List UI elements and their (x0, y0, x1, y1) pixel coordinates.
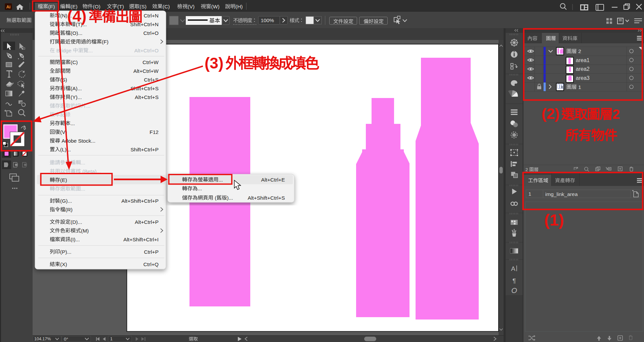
svg-text:Ai: Ai (6, 5, 11, 9)
svg-text:¶: ¶ (512, 277, 516, 284)
svg-text:104.17%: 104.17% (34, 337, 51, 341)
svg-text:...: ... (219, 177, 223, 183)
svg-text:Alt+Ctrl+E: Alt+Ctrl+E (261, 177, 285, 183)
svg-text:Alt+Ctrl+S: Alt+Ctrl+S (135, 94, 159, 100)
svg-text:(: ( (213, 195, 217, 201)
svg-text:...: ... (81, 160, 85, 165)
svg-text:(O): (O) (93, 4, 100, 9)
svg-text:)...: )... (227, 195, 233, 201)
svg-text:(G)...: (G)... (60, 198, 72, 204)
svg-text:(H): (H) (235, 4, 243, 9)
svg-text:Adobe Stock...: Adobe Stock... (60, 138, 95, 144)
svg-text:(O)...: (O)... (71, 30, 82, 36)
svg-text:Ctrl+P: Ctrl+P (144, 249, 159, 255)
svg-text:(L)...: (L)... (60, 147, 71, 152)
svg-text:area1: area1 (576, 57, 590, 63)
svg-text:(1): (1) (544, 211, 564, 229)
svg-text:(2): (2) (542, 105, 560, 122)
svg-text:...: ... (71, 120, 75, 126)
svg-text:Alt+Ctrl+O: Alt+Ctrl+O (134, 48, 159, 53)
svg-text:Alt+Ctrl+P: Alt+Ctrl+P (135, 219, 159, 225)
svg-text:2: 2 (577, 48, 581, 54)
svg-text:(W): (W) (211, 4, 220, 9)
svg-text:(4): (4) (67, 7, 86, 25)
svg-text:(S): (S) (60, 77, 67, 83)
svg-text:Ctrl+N: Ctrl+N (144, 13, 159, 18)
svg-text:...: ... (81, 186, 85, 192)
svg-text:O: O (511, 286, 517, 295)
svg-text:F12: F12 (149, 129, 159, 135)
svg-text:area3: area3 (576, 75, 590, 81)
svg-text:...: ... (198, 186, 202, 191)
svg-text:1: 1 (577, 84, 581, 90)
svg-text:(V): (V) (188, 4, 195, 9)
svg-text:2: 2 (525, 167, 529, 172)
svg-text:100%: 100% (261, 17, 274, 23)
svg-text:Ctrl+O: Ctrl+O (143, 30, 159, 36)
svg-text:(F): (F) (48, 4, 55, 9)
svg-text:(T): (T) (117, 4, 124, 9)
svg-text:img_link_area: img_link_area (545, 191, 578, 197)
svg-text:Ctrl+Q: Ctrl+Q (143, 261, 159, 267)
svg-text:Ctrl+W: Ctrl+W (142, 59, 159, 65)
svg-text:0°: 0° (64, 337, 68, 342)
svg-text:2: 2 (612, 107, 620, 121)
svg-text:Bridge: Bridge (55, 48, 73, 53)
svg-text:(C): (C) (71, 59, 78, 65)
svg-text:1: 1 (110, 337, 113, 341)
svg-text:(P)...: (P)... (60, 249, 72, 255)
svg-text:Alt+Shift+Ctrl+P: Alt+Shift+Ctrl+P (121, 198, 159, 204)
svg-text:(M): (M) (81, 228, 89, 234)
svg-text:(X): (X) (60, 261, 67, 267)
svg-text:(D)...: (D)... (71, 219, 82, 225)
svg-text:...: ... (88, 48, 93, 53)
svg-text:Shift+Ctrl+P: Shift+Ctrl+P (130, 147, 159, 152)
svg-text:(E): (E) (60, 177, 67, 183)
svg-text:(Y)...: (Y)... (71, 94, 82, 100)
svg-text:Alt+Shift+Ctrl+I: Alt+Shift+Ctrl+I (123, 237, 159, 242)
svg-text:(I)...: (I)... (71, 237, 80, 242)
svg-text:(A)...: (A)... (71, 86, 82, 91)
svg-text:(R): (R) (66, 207, 73, 212)
svg-text:(F): (F) (102, 39, 109, 45)
svg-text:A: A (511, 265, 515, 272)
svg-text:area2: area2 (576, 66, 590, 72)
svg-text:1: 1 (528, 191, 531, 197)
svg-text:(S): (S) (140, 4, 147, 9)
svg-text:Alt+Shift+Ctrl+S: Alt+Shift+Ctrl+S (248, 195, 285, 201)
svg-text:Alt+Ctrl+W: Alt+Ctrl+W (133, 68, 159, 74)
svg-text:(C): (C) (163, 4, 170, 9)
svg-text:(3): (3) (205, 54, 223, 72)
